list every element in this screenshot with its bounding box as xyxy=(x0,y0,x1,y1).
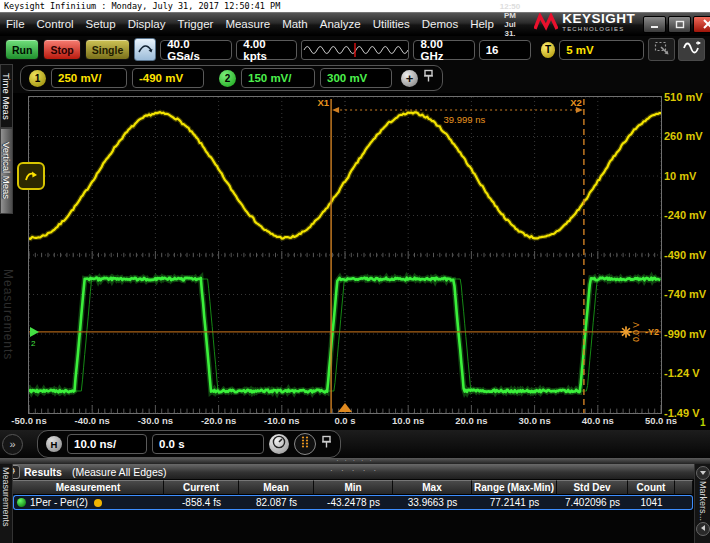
horizontal-badge[interactable]: H xyxy=(46,436,62,452)
channel2-offset-field[interactable]: 300 mV xyxy=(320,68,392,88)
menu-utilities[interactable]: Utilities xyxy=(367,18,416,30)
svg-text:2: 2 xyxy=(31,339,36,348)
column-header[interactable]: Current xyxy=(164,480,239,495)
bandwidth-field[interactable]: 8.00 GHz xyxy=(413,40,474,60)
zoom-region-icon xyxy=(654,41,670,59)
chevron-left-icon xyxy=(700,524,706,534)
left-tab-strip: Time Meas Vertical Meas Measurements xyxy=(0,64,15,426)
channel1-badge[interactable]: 1 xyxy=(29,70,46,87)
results-panel: ⚙ Results (Measure All Edges) · · · · · … xyxy=(0,464,710,543)
timebase-field[interactable]: 10.0 ns/ xyxy=(67,434,147,454)
column-header[interactable]: Mean xyxy=(239,480,314,495)
collapse-left-button[interactable] xyxy=(696,522,710,536)
tab-vertical-meas[interactable]: Vertical Meas xyxy=(0,128,13,214)
column-header[interactable]: Range (Max-Min) xyxy=(472,480,557,495)
measurement-value: 33.9663 ps xyxy=(393,495,472,510)
trigger-level-field[interactable]: 5 mV xyxy=(559,40,644,60)
horizontal-bar: » H 10.0 ns/ 0.0 s xyxy=(0,430,710,458)
svg-text:X2: X2 xyxy=(570,97,582,108)
menu-setup[interactable]: Setup xyxy=(80,18,122,30)
clock-time: 12:50 PM xyxy=(500,2,520,20)
svg-text:X1: X1 xyxy=(317,97,329,108)
acquisition-points-button[interactable] xyxy=(294,433,316,455)
menu-demos[interactable]: Demos xyxy=(416,18,464,30)
expand-button[interactable]: » xyxy=(2,434,23,455)
channel2-badge[interactable]: 2 xyxy=(219,70,236,87)
dotted-columns-icon xyxy=(299,435,311,453)
row-filler xyxy=(675,495,693,510)
measurements-side-tab[interactable]: Measurements xyxy=(0,464,13,543)
results-drag-dots[interactable]: · · · · · xyxy=(330,466,379,475)
measurement-row[interactable]: 1Per - Per(2)-858.4 fs82.087 fs-43.2478 … xyxy=(13,495,693,510)
menu-analyze[interactable]: Analyze xyxy=(314,18,367,30)
horizontal-speed-button[interactable] xyxy=(269,434,289,454)
x-tick-label: 20.0 ns xyxy=(445,415,497,426)
measurement-value: 82.087 fs xyxy=(239,495,314,510)
y-tick-label: 260 mV xyxy=(664,130,710,143)
y-tick-label: -240 mV xyxy=(664,209,710,222)
single-button[interactable]: Single xyxy=(85,39,131,60)
chevron-down-icon xyxy=(699,468,707,478)
pin-icon[interactable] xyxy=(423,69,434,87)
column-header[interactable]: Std Dev xyxy=(557,480,628,495)
measurement-value: 1041 xyxy=(628,495,675,510)
channel1-ground-marker[interactable] xyxy=(17,162,45,190)
menu-control[interactable]: Control xyxy=(31,18,80,30)
menu-help[interactable]: Help xyxy=(464,18,500,30)
column-header[interactable]: Count xyxy=(628,480,675,495)
results-title: Results xyxy=(24,466,62,478)
restore-button[interactable] xyxy=(668,16,691,33)
y-tick-label: -490 mV xyxy=(664,249,710,262)
y-tick-label: -740 mV xyxy=(664,288,710,301)
dial-icon xyxy=(272,435,286,453)
measurement-value: 77.2141 ps xyxy=(472,495,557,510)
clear-display-button[interactable] xyxy=(134,38,156,61)
averaging-field[interactable]: 16 xyxy=(479,40,531,60)
run-button[interactable]: Run xyxy=(5,39,39,60)
channel2-scale-field[interactable]: 150 mV/ xyxy=(241,68,315,88)
pin-icon[interactable] xyxy=(321,435,332,453)
waveform-display[interactable]: 0.0 V-Y22X1X239.999 ns xyxy=(28,96,662,414)
waveform-preview[interactable] xyxy=(301,40,409,60)
memory-depth-field[interactable]: 4.00 kpts xyxy=(236,40,297,60)
channel1-offset-field[interactable]: -490 mV xyxy=(132,68,204,88)
column-filler xyxy=(675,480,693,495)
x-tick-label: 30.0 ns xyxy=(509,415,561,426)
channel-bar: 1 250 mV/ -490 mV 2 150 mV/ 300 mV + xyxy=(0,63,710,93)
measurement-name: 1Per - Per(2) xyxy=(30,497,88,508)
x-tick-label: -20.0 ns xyxy=(193,415,245,426)
x-tick-label: 0.0 s xyxy=(319,415,371,426)
menu-measure[interactable]: Measure xyxy=(219,18,276,30)
keysight-spark-icon xyxy=(534,13,558,35)
x-tick-label: 40.0 ns xyxy=(572,415,624,426)
zoom-region-button[interactable] xyxy=(648,38,675,61)
close-button[interactable] xyxy=(693,16,710,33)
markers-side-tab[interactable]: Markers... xyxy=(694,464,710,543)
x-tick-label: 50.0 ns xyxy=(635,415,687,426)
touch-draw-button[interactable] xyxy=(678,38,705,61)
horizontal-position-field[interactable]: 0.0 s xyxy=(152,434,264,454)
sample-rate-field[interactable]: 40.0 GSa/s xyxy=(160,40,232,60)
menu-file[interactable]: File xyxy=(0,18,31,30)
x-tick-label: 10.0 ns xyxy=(382,415,434,426)
menu-math[interactable]: Math xyxy=(276,18,314,30)
logo-sub: TECHNOLOGIES xyxy=(562,24,635,34)
stop-button[interactable]: Stop xyxy=(43,39,80,60)
menu-trigger[interactable]: Trigger xyxy=(171,18,219,30)
keysight-logo: KEYSIGHT TECHNOLOGIES xyxy=(534,13,635,35)
trigger-badge[interactable]: T xyxy=(541,42,556,58)
menu-display[interactable]: Display xyxy=(122,18,172,30)
channel1-scale-field[interactable]: 250 mV/ xyxy=(51,68,127,88)
tab-time-meas[interactable]: Time Meas xyxy=(0,64,13,128)
menu-bar: FileControlSetupDisplayTriggerMeasureMat… xyxy=(0,12,710,36)
column-header[interactable]: Measurement xyxy=(13,480,164,495)
x-tick-label: -10.0 ns xyxy=(256,415,308,426)
y-tick-label: -1.24 V xyxy=(664,367,710,380)
column-header[interactable]: Max xyxy=(393,480,472,495)
minimize-button[interactable] xyxy=(643,16,666,33)
add-channel-button[interactable]: + xyxy=(401,70,418,87)
column-header[interactable]: Min xyxy=(314,480,393,495)
x-tick-label: -40.0 ns xyxy=(66,415,118,426)
collapse-up-button[interactable] xyxy=(696,466,710,480)
corner-badge: 1 xyxy=(700,417,706,428)
